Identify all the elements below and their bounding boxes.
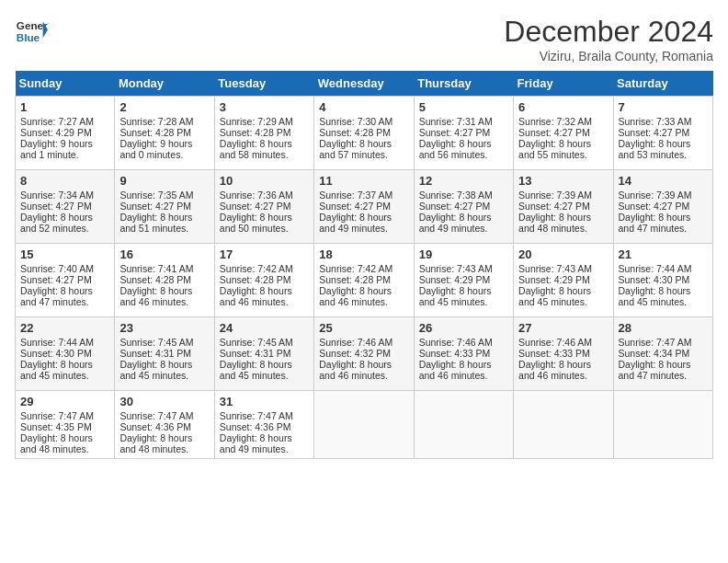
day-info-line: Sunrise: 7:45 AM <box>220 337 309 348</box>
day-info-line: and 45 minutes. <box>220 370 309 381</box>
day-info-line: Daylight: 8 hours <box>220 359 309 370</box>
day-info-line: Sunrise: 7:43 AM <box>518 263 608 274</box>
calendar-day-cell: 10Sunrise: 7:36 AMSunset: 4:27 PMDayligh… <box>214 170 313 244</box>
day-info-line: Sunset: 4:30 PM <box>619 274 708 285</box>
day-number: 6 <box>518 100 608 114</box>
day-number: 17 <box>220 247 309 261</box>
calendar-header-row: SundayMondayTuesdayWednesdayThursdayFrid… <box>16 71 713 97</box>
day-info-line: Sunset: 4:27 PM <box>20 201 109 212</box>
calendar-day-header: Tuesday <box>214 71 313 97</box>
day-info-line: Sunset: 4:28 PM <box>220 127 309 138</box>
day-number: 7 <box>619 100 708 114</box>
calendar-body: 1Sunrise: 7:27 AMSunset: 4:29 PMDaylight… <box>16 97 713 459</box>
calendar-day-cell: 1Sunrise: 7:27 AMSunset: 4:29 PMDaylight… <box>16 97 115 170</box>
calendar-day-cell: 17Sunrise: 7:42 AMSunset: 4:28 PMDayligh… <box>214 244 313 317</box>
day-info-line: Sunrise: 7:37 AM <box>319 190 408 201</box>
day-info-line: Daylight: 8 hours <box>619 285 708 296</box>
calendar-day-cell <box>314 391 414 459</box>
day-info-line: and 45 minutes. <box>20 370 109 381</box>
day-info-line: Sunset: 4:27 PM <box>319 201 408 212</box>
day-number: 13 <box>518 174 608 188</box>
calendar-day-cell: 12Sunrise: 7:38 AMSunset: 4:27 PMDayligh… <box>414 170 513 244</box>
day-info-line: Daylight: 8 hours <box>518 285 608 296</box>
day-info-line: Daylight: 8 hours <box>419 285 508 296</box>
calendar-day-cell: 7Sunrise: 7:33 AMSunset: 4:27 PMDaylight… <box>613 97 712 170</box>
calendar-day-cell <box>414 391 513 459</box>
day-info-line: Sunset: 4:36 PM <box>119 421 209 432</box>
day-info-line: and 45 minutes. <box>119 370 209 381</box>
day-info-line: Sunset: 4:29 PM <box>518 274 608 285</box>
calendar-day-cell: 16Sunrise: 7:41 AMSunset: 4:28 PMDayligh… <box>115 244 214 317</box>
day-number: 31 <box>220 395 309 408</box>
calendar-day-cell: 4Sunrise: 7:30 AMSunset: 4:28 PMDaylight… <box>314 97 414 170</box>
day-info-line: Sunrise: 7:42 AM <box>220 263 309 274</box>
calendar-day-cell: 19Sunrise: 7:43 AMSunset: 4:29 PMDayligh… <box>414 244 513 317</box>
day-info-line: and 46 minutes. <box>220 296 309 307</box>
day-number: 20 <box>518 247 608 261</box>
day-info-line: and 45 minutes. <box>518 296 608 307</box>
logo-icon: General Blue <box>15 15 48 48</box>
day-number: 21 <box>619 247 708 261</box>
calendar-day-cell: 11Sunrise: 7:37 AMSunset: 4:27 PMDayligh… <box>314 170 414 244</box>
day-number: 26 <box>419 321 508 335</box>
calendar-day-cell: 13Sunrise: 7:39 AMSunset: 4:27 PMDayligh… <box>514 170 613 244</box>
calendar-day-header: Friday <box>514 71 613 97</box>
day-info-line: Sunset: 4:27 PM <box>518 127 608 138</box>
day-number: 30 <box>119 395 209 408</box>
day-info-line: and 47 minutes. <box>20 296 109 307</box>
day-info-line: Sunset: 4:27 PM <box>20 274 109 285</box>
calendar-day-header: Monday <box>115 71 214 97</box>
day-info-line: Daylight: 8 hours <box>119 212 209 223</box>
day-info-line: Sunrise: 7:39 AM <box>518 190 608 201</box>
day-info-line: Sunrise: 7:44 AM <box>20 337 109 348</box>
day-info-line: and 53 minutes. <box>619 149 708 160</box>
day-info-line: Sunset: 4:30 PM <box>20 348 109 359</box>
title-area: December 2024 Viziru, Braila County, Rom… <box>504 15 713 63</box>
day-info-line: Daylight: 8 hours <box>319 212 408 223</box>
calendar-day-header: Wednesday <box>314 71 414 97</box>
calendar-day-cell: 31Sunrise: 7:47 AMSunset: 4:36 PMDayligh… <box>214 391 313 459</box>
day-number: 8 <box>20 174 109 188</box>
day-number: 4 <box>319 100 408 114</box>
calendar-day-cell: 29Sunrise: 7:47 AMSunset: 4:35 PMDayligh… <box>16 391 115 459</box>
day-info-line: Daylight: 8 hours <box>319 359 408 370</box>
day-info-line: Sunset: 4:33 PM <box>419 348 508 359</box>
day-info-line: Sunset: 4:28 PM <box>319 127 408 138</box>
day-info-line: and 52 minutes. <box>20 223 109 234</box>
day-info-line: Sunset: 4:35 PM <box>20 421 109 432</box>
day-number: 24 <box>220 321 309 335</box>
day-info-line: Sunrise: 7:32 AM <box>518 116 608 127</box>
day-info-line: and 55 minutes. <box>518 149 608 160</box>
calendar-day-cell: 30Sunrise: 7:47 AMSunset: 4:36 PMDayligh… <box>115 391 214 459</box>
day-info-line: Daylight: 8 hours <box>619 212 708 223</box>
calendar-day-cell: 24Sunrise: 7:45 AMSunset: 4:31 PMDayligh… <box>214 317 313 391</box>
calendar-day-cell: 18Sunrise: 7:42 AMSunset: 4:28 PMDayligh… <box>314 244 414 317</box>
day-info-line: and 50 minutes. <box>220 223 309 234</box>
day-number: 28 <box>619 321 708 335</box>
day-info-line: Daylight: 8 hours <box>518 212 608 223</box>
day-info-line: Sunrise: 7:36 AM <box>220 190 309 201</box>
day-info-line: Sunrise: 7:30 AM <box>319 116 408 127</box>
calendar-table: SundayMondayTuesdayWednesdayThursdayFrid… <box>15 71 713 459</box>
day-info-line: Sunrise: 7:35 AM <box>119 190 209 201</box>
calendar-day-cell: 9Sunrise: 7:35 AMSunset: 4:27 PMDaylight… <box>115 170 214 244</box>
day-info-line: Daylight: 8 hours <box>518 138 608 149</box>
day-info-line: Sunrise: 7:46 AM <box>419 337 508 348</box>
day-info-line: and 46 minutes. <box>319 296 408 307</box>
day-info-line: and 47 minutes. <box>619 223 708 234</box>
day-info-line: Daylight: 8 hours <box>619 138 708 149</box>
day-info-line: Daylight: 9 hours <box>20 138 109 149</box>
day-info-line: and 48 minutes. <box>119 443 209 454</box>
day-number: 1 <box>20 100 109 114</box>
day-info-line: Sunset: 4:29 PM <box>419 274 508 285</box>
day-info-line: Sunrise: 7:39 AM <box>619 190 708 201</box>
day-info-line: Daylight: 8 hours <box>220 212 309 223</box>
day-info-line: and 45 minutes. <box>619 296 708 307</box>
day-number: 19 <box>419 247 508 261</box>
day-info-line: Sunset: 4:27 PM <box>419 201 508 212</box>
day-info-line: Sunrise: 7:40 AM <box>20 263 109 274</box>
day-info-line: Sunrise: 7:47 AM <box>619 337 708 348</box>
day-info-line: Sunset: 4:27 PM <box>518 201 608 212</box>
day-info-line: and 49 minutes. <box>419 223 508 234</box>
day-info-line: Sunrise: 7:34 AM <box>20 190 109 201</box>
